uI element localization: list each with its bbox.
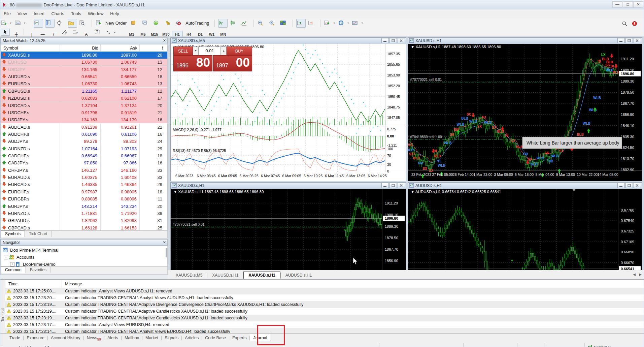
chart-minimize-button[interactable] bbox=[381, 183, 389, 188]
menu-item-view[interactable]: View bbox=[14, 9, 30, 18]
expert-advisors-icon[interactable] bbox=[164, 19, 174, 28]
text-label-tool[interactable]: T bbox=[93, 29, 102, 36]
zoom-in-button[interactable] bbox=[257, 19, 267, 28]
navigator-scrollbar[interactable] bbox=[166, 248, 167, 257]
chart-window-titlebar[interactable]: XAUUSD.s,H1 bbox=[171, 183, 406, 189]
journal-row[interactable]: 2023.03.15 17:23:19....Custom indicator … bbox=[5, 301, 644, 308]
market-watch-row[interactable]: AUDJPY.s89.27989.30324 bbox=[1, 138, 167, 145]
chart-restore-button[interactable] bbox=[389, 38, 397, 43]
text-tool[interactable]: A bbox=[82, 31, 91, 38]
journal-row[interactable]: 2023.03.15 17:23:20....Custom indicator … bbox=[5, 294, 644, 301]
terminal-tab-exposure[interactable]: Exposure bbox=[24, 334, 47, 342]
close-button[interactable]: ✕ bbox=[633, 1, 643, 8]
terminal-tab-news[interactable]: News99 bbox=[84, 334, 104, 342]
vertical-line-tool[interactable]: | bbox=[27, 31, 36, 38]
new-order-icon[interactable] bbox=[95, 19, 105, 28]
chart-close-button[interactable] bbox=[398, 38, 405, 43]
menu-item-charts[interactable]: Charts bbox=[48, 9, 67, 18]
bar-chart-button[interactable] bbox=[218, 19, 228, 28]
terminal-tab-signals[interactable]: Signals bbox=[162, 334, 181, 342]
col-bid[interactable]: Bid bbox=[60, 45, 98, 51]
market-watch-row[interactable]: GBPUSD.s1.211651.2117712 bbox=[1, 88, 167, 95]
buy-button[interactable]: BUY bbox=[227, 46, 252, 55]
profiles-button[interactable] bbox=[14, 19, 24, 28]
volume-up-stepper[interactable]: ▴ bbox=[221, 46, 227, 55]
market-watch-row[interactable]: EURUSD.s1.067301.0674313 bbox=[1, 80, 167, 87]
journal-row[interactable]: 2023.03.15 17:23:17....Custom indicator … bbox=[5, 321, 644, 328]
arrows-tool[interactable] bbox=[104, 29, 113, 36]
chart-tab-1[interactable]: XAUUSD.s,H1 bbox=[207, 272, 243, 279]
market-watch-row[interactable]: GBPAUD.s1.820621.8209331 bbox=[1, 217, 167, 224]
chart-plot-b[interactable]: 1911.201900.101889.301878.501867.701856.… bbox=[408, 44, 642, 181]
chart-shift-button[interactable] bbox=[308, 19, 317, 28]
timeframe-button-m15[interactable]: M15 bbox=[149, 31, 160, 38]
terminal-tab-mailbox[interactable]: Mailbox bbox=[122, 334, 142, 342]
chart-canvas[interactable]: 0.677600.675400.673250.671050.668900.666… bbox=[408, 189, 642, 273]
chart-canvas[interactable]: 1857.351855.651853.901852.201850.451848.… bbox=[171, 44, 406, 181]
volume-down-stepper[interactable]: ▾ bbox=[193, 46, 199, 55]
new-chart-button[interactable]: + bbox=[1, 19, 10, 28]
market-watch-row[interactable]: XAUUSD.s1896.801897.0020 bbox=[1, 52, 167, 59]
fibonacci-tool[interactable]: F bbox=[71, 29, 80, 36]
terminal-tab-articles[interactable]: Articles bbox=[182, 334, 202, 342]
market-watch-row[interactable]: EURGBP.s0.880850.8809611 bbox=[1, 195, 167, 202]
periods-dropdown[interactable]: ▾ bbox=[347, 22, 349, 25]
chart-tab-3[interactable]: AUDUSD.s,H1 bbox=[281, 272, 317, 279]
journal-row[interactable]: 2023.03.15 17:25:08....Custom indicator … bbox=[5, 288, 644, 294]
terminal-tab-market[interactable]: Market bbox=[142, 334, 161, 342]
navigator-tab-favorites[interactable]: Favorites bbox=[26, 267, 51, 273]
autotrading-button[interactable]: AutoTrading bbox=[185, 21, 209, 26]
chart-restore-button[interactable] bbox=[389, 183, 397, 188]
menu-item-insert[interactable]: Insert bbox=[30, 9, 48, 18]
chart-minimize-button[interactable] bbox=[617, 38, 625, 43]
market-watch-row[interactable]: EURNZD.s1.718811.7192039 bbox=[1, 210, 167, 217]
terminal-panel-icon[interactable] bbox=[142, 19, 151, 28]
chart-window-titlebar[interactable]: XAUUSD.s,H1 bbox=[408, 38, 642, 44]
col-ask[interactable]: Ask bbox=[100, 45, 137, 51]
market-watch-row[interactable]: USDJPY.s134.163134.17916 bbox=[1, 116, 167, 123]
channel-tool[interactable]: E bbox=[60, 29, 69, 36]
chart-restore-button[interactable] bbox=[625, 183, 633, 188]
chart-minimize-button[interactable] bbox=[381, 38, 389, 43]
market-watch-row[interactable]: CADCHF.s0.669490.6696718 bbox=[1, 152, 167, 159]
metaeditor-icon[interactable] bbox=[130, 19, 140, 28]
volume-input[interactable]: 0.01 bbox=[199, 46, 221, 55]
market-watch-row[interactable]: EURAUD.s1.603751.6040833 bbox=[1, 174, 167, 181]
expand-box-icon[interactable]: + bbox=[10, 262, 14, 266]
chart-window-titlebar[interactable]: XAUUSD.s,M5 bbox=[171, 38, 406, 44]
terminal-tab-trade[interactable]: Trade bbox=[6, 334, 23, 342]
menu-item-help[interactable]: Help bbox=[107, 9, 123, 18]
terminal-tab-account-history[interactable]: Account History bbox=[48, 334, 83, 342]
timeframe-button-m5[interactable]: M5 bbox=[138, 31, 148, 38]
market-watch-row[interactable]: AUDNZD.s1.071641.0719329 bbox=[1, 145, 167, 152]
new-chart-dropdown[interactable]: ▾ bbox=[10, 22, 11, 25]
trendline-tool[interactable]: / bbox=[49, 31, 58, 38]
menu-item-tools[interactable]: Tools bbox=[68, 9, 84, 18]
market-watch-row[interactable]: AUDUSD.s0.665410.6655918 bbox=[1, 73, 167, 80]
buy-price-display[interactable]: 189700 bbox=[213, 55, 252, 71]
market-watch-row[interactable]: AUDCHF.s0.610900.6110616 bbox=[1, 131, 167, 138]
market-watch-row[interactable]: NZDUSD.s0.620830.6210017 bbox=[1, 95, 167, 102]
chart-close-button[interactable] bbox=[634, 183, 641, 188]
navigator-item-accounts[interactable]: −Accounts bbox=[1, 254, 165, 261]
chart-restore-button[interactable] bbox=[625, 38, 633, 43]
chart-canvas[interactable]: 1911.201900.101889.301878.501867.701856.… bbox=[171, 189, 406, 273]
collapse-box-icon[interactable]: − bbox=[4, 255, 8, 259]
navigator-tab-common[interactable]: Common bbox=[1, 266, 26, 273]
chart-close-button[interactable] bbox=[634, 38, 641, 43]
minimize-button[interactable]: — bbox=[612, 1, 622, 8]
periods-button[interactable] bbox=[338, 19, 347, 28]
menu-item-window[interactable]: Window bbox=[84, 9, 107, 18]
alert-exclamation-icon[interactable] bbox=[632, 20, 641, 28]
tick-chart-toggle-button[interactable] bbox=[34, 19, 43, 28]
arrows-dropdown[interactable]: ▾ bbox=[114, 31, 115, 34]
crosshair-button[interactable] bbox=[56, 19, 66, 28]
horizontal-line-tool[interactable]: — bbox=[38, 31, 47, 38]
col-symbol[interactable]: Symbol bbox=[3, 45, 18, 51]
terminal-tab-alerts[interactable]: Alerts bbox=[104, 334, 121, 342]
market-watch-toggle-button[interactable] bbox=[45, 19, 55, 28]
market-watch-tab-tick-chart[interactable]: Tick Chart bbox=[25, 231, 52, 237]
chart-close-button[interactable] bbox=[398, 183, 405, 188]
market-watch-row[interactable]: CHFJPY.s146.127146.16033 bbox=[1, 167, 167, 174]
navigator-item-doo-prime-mt4-terminal[interactable]: Doo Prime MT4 Terminal bbox=[1, 247, 165, 254]
